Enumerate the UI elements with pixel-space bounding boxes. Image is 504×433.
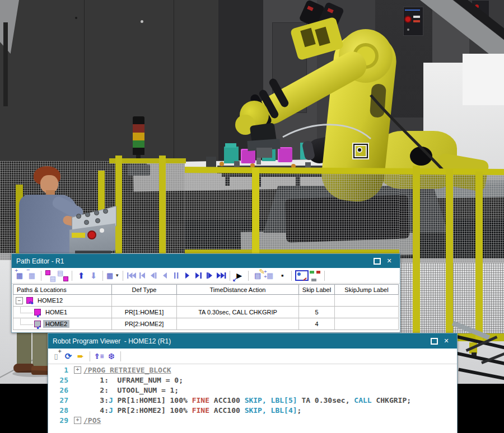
line-number: 26: [48, 386, 68, 394]
scene-shape: [310, 270, 321, 281]
code-token: LBL[4]: [271, 406, 297, 415]
scene-shape: ↙: [232, 277, 237, 283]
scene-shape: ➨: [75, 351, 86, 362]
def-type-cell[interactable]: [112, 295, 177, 307]
step-backward-icon[interactable]: [149, 272, 159, 279]
code-line[interactable]: 27 3:J PR[1:HOME1] 100% FINE ACC100 SKIP…: [48, 395, 457, 405]
scene-shape: [371, 95, 444, 171]
play-backward-icon[interactable]: [160, 272, 170, 279]
insert-rows-icon[interactable]: ▦＋＋: [264, 270, 276, 281]
skipjump-cell[interactable]: [335, 318, 399, 330]
path-editor-titlebar[interactable]: Path Editor - R1 ✕: [12, 254, 400, 268]
fold-toggle-icon[interactable]: +: [74, 366, 81, 374]
add-program-icon[interactable]: ▯＋: [50, 351, 62, 362]
column-header[interactable]: Paths & Locations: [13, 284, 112, 295]
go-previous-icon[interactable]: [138, 272, 148, 279]
scene-shape: ❆: [106, 351, 117, 362]
scene-shape: [120, 351, 121, 361]
code-line[interactable]: 29+/POS: [48, 415, 457, 425]
scene-shape[interactable]: ↙ HOME2: [13, 318, 112, 330]
skip-label-cell[interactable]: [299, 295, 335, 307]
scene-shape: [324, 271, 325, 281]
maximize-button[interactable]: [428, 337, 440, 346]
program-viewer-titlebar[interactable]: Robot Program Viewer - HOME12 (R1) ✕: [48, 333, 457, 349]
program-code-area[interactable]: 1+/PROG RETRIEVE_BLOCK 25 1: UFRAME_NUM …: [48, 365, 457, 433]
table-row[interactable]: ↙ HOME1 PR[1:HOME1] TA 0.30sec, CALL CHK…: [13, 307, 399, 318]
code-token: TA 0.30sec,: [297, 396, 354, 404]
go-first-icon[interactable]: [127, 272, 137, 279]
touchup-position-icon[interactable]: ▶↙: [234, 270, 245, 281]
code-token: CHKGRIP;: [372, 396, 411, 404]
program-viewer-toolbar: ▯＋⟳➨⇪≡❆: [48, 349, 457, 364]
copy-location-icon[interactable]: ▤: [45, 270, 56, 281]
scene-shape: ▯＋: [50, 351, 62, 362]
paste-location-icon[interactable]: ▤: [57, 270, 68, 281]
scene-shape: [163, 272, 167, 279]
play-icon[interactable]: [183, 272, 193, 279]
go-next-icon[interactable]: [205, 272, 215, 279]
follow-execution-icon[interactable]: ➨: [75, 351, 86, 362]
column-header[interactable]: Def Type: [112, 284, 177, 295]
sync-to-line-icon[interactable]: ⇪≡: [94, 351, 105, 362]
skip-label-cell[interactable]: 4: [299, 318, 335, 330]
tree-collapse-icon[interactable]: −: [16, 297, 23, 304]
delete-rows-icon[interactable]: ▦−: [26, 270, 38, 281]
skipjump-cell[interactable]: [335, 307, 399, 318]
application-window: { "viewport3d": { "cursor_icon": "rotate…: [0, 0, 504, 433]
code-line[interactable]: 25 1: UFRAME_NUM = 0;: [48, 375, 457, 385]
path-editor-toolbar: ▦＋▦−▤▤⬆⬇▦▼▶↙▤✎▦＋＋▪: [12, 268, 400, 284]
process-view-icon[interactable]: [310, 270, 321, 281]
scene-shape: [297, 272, 301, 276]
scene-shape: [72, 233, 85, 238]
freeze-icon[interactable]: ❆: [106, 351, 117, 362]
maximize-button[interactable]: [371, 257, 383, 266]
code-line[interactable]: 26 2: UTOOL_NUM = 1;: [48, 385, 457, 395]
go-last-icon[interactable]: [216, 272, 226, 279]
scene-shape[interactable]: − ↷ HOME12: [13, 295, 112, 307]
column-header[interactable]: SkipJump Label: [335, 284, 399, 295]
column-header[interactable]: Skip Label: [299, 284, 335, 295]
def-type-cell[interactable]: PR[2:HOME2]: [112, 318, 177, 330]
column-header[interactable]: TimeDistance Action: [177, 284, 299, 295]
close-button[interactable]: ✕: [383, 257, 395, 266]
edit-program-icon[interactable]: ▤✎: [252, 270, 263, 281]
scene-shape: [72, 271, 72, 281]
move-down-icon[interactable]: ⬇: [88, 270, 99, 281]
scene-shape: ↷: [29, 300, 33, 307]
scene-shape: ⬇: [88, 270, 99, 281]
scene-shape: ▤: [50, 275, 56, 282]
code-line[interactable]: 28 4:J PR[2:HOME2] 100% FINE ACC100 SKIP…: [48, 405, 457, 415]
close-button[interactable]: ✕: [440, 337, 452, 346]
scene-shape: [103, 209, 108, 214]
scene-shape: ▤: [57, 270, 68, 281]
skipjump-cell[interactable]: [335, 295, 399, 307]
code-line[interactable]: 1+/PROG RETRIEVE_BLOCK: [48, 365, 457, 375]
action-cell[interactable]: TA 0.30sec, CALL CHKGRIP: [177, 307, 299, 318]
scene-shape: [230, 271, 230, 281]
def-type-cell[interactable]: PR[1:HOME1]: [112, 307, 177, 318]
scene-shape: ⟳: [63, 351, 74, 362]
table-columns-dropdown-icon[interactable]: ▦▼: [106, 270, 119, 281]
action-cell[interactable]: [177, 318, 299, 330]
step-forward-icon[interactable]: [194, 272, 204, 279]
scene-shape: [283, 125, 371, 139]
skip-label-cell[interactable]: 5: [299, 307, 335, 318]
table-row[interactable]: − ↷ HOME12: [13, 295, 399, 307]
code-token: [267, 396, 271, 404]
refresh-icon[interactable]: ⟳: [63, 351, 74, 362]
code-token: FINE: [192, 396, 209, 404]
pause-icon[interactable]: [171, 272, 181, 279]
table-row[interactable]: ↙ HOME2 PR[2:HOME2] 4: [13, 318, 399, 330]
move-up-icon[interactable]: ⬆: [76, 270, 87, 281]
scene-shape: [112, 158, 185, 260]
scene-shape: [123, 271, 123, 281]
action-cell[interactable]: [177, 295, 299, 307]
code-token: 1: UFRAME_NUM = 0;: [82, 376, 183, 384]
fold-toggle-icon[interactable]: +: [74, 417, 81, 424]
add-rows-icon[interactable]: ▦＋: [14, 270, 25, 281]
snapshot-icon[interactable]: [295, 270, 309, 281]
scene-shape[interactable]: ↙ HOME1: [13, 307, 112, 318]
delete-position-icon[interactable]: ▪: [277, 270, 288, 281]
scene-shape: [84, 220, 89, 225]
path-editor-window: Path Editor - R1 ✕ ▦＋▦−▤▤⬆⬇▦▼▶↙▤✎▦＋＋▪ Pa…: [11, 253, 400, 333]
